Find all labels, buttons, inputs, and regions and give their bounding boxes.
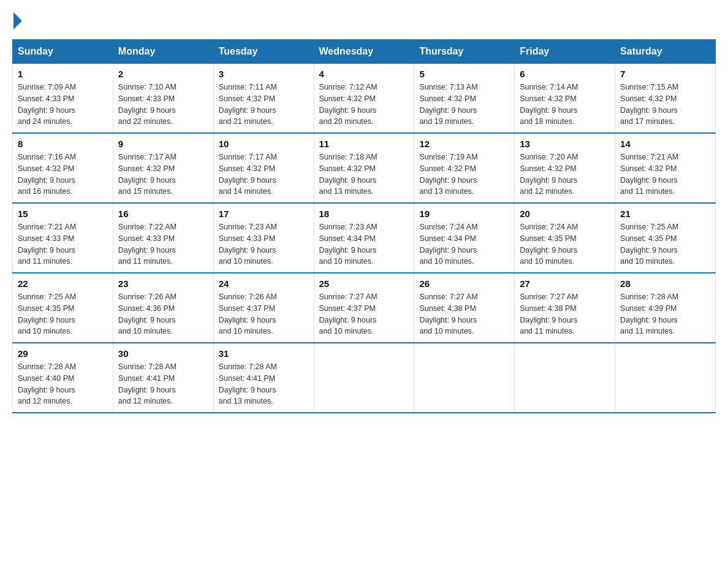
day-info: Sunrise: 7:18 AMSunset: 4:32 PMDaylight:… — [319, 151, 409, 197]
calendar-cell: 3 Sunrise: 7:11 AMSunset: 4:32 PMDayligh… — [213, 64, 314, 134]
day-info: Sunrise: 7:24 AMSunset: 4:35 PMDaylight:… — [520, 221, 610, 267]
day-info: Sunrise: 7:21 AMSunset: 4:32 PMDaylight:… — [620, 151, 710, 197]
day-number: 17 — [219, 209, 309, 219]
weekday-header-thursday: Thursday — [414, 40, 515, 64]
calendar-cell: 17 Sunrise: 7:23 AMSunset: 4:33 PMDaylig… — [213, 203, 314, 273]
day-number: 29 — [18, 348, 108, 359]
day-number: 22 — [18, 278, 108, 289]
day-info: Sunrise: 7:27 AMSunset: 4:38 PMDaylight:… — [520, 291, 610, 337]
calendar-cell: 15 Sunrise: 7:21 AMSunset: 4:33 PMDaylig… — [13, 203, 113, 273]
day-info: Sunrise: 7:10 AMSunset: 4:33 PMDaylight:… — [118, 82, 208, 128]
day-number: 28 — [620, 278, 710, 289]
calendar-cell — [515, 343, 615, 413]
day-number: 9 — [118, 139, 208, 149]
calendar-cell: 23 Sunrise: 7:26 AMSunset: 4:36 PMDaylig… — [113, 273, 213, 343]
day-number: 25 — [319, 278, 409, 289]
weekday-header-sunday: Sunday — [13, 40, 113, 64]
calendar-cell: 11 Sunrise: 7:18 AMSunset: 4:32 PMDaylig… — [314, 133, 414, 203]
day-info: Sunrise: 7:28 AMSunset: 4:39 PMDaylight:… — [620, 291, 710, 337]
weekday-row: SundayMondayTuesdayWednesdayThursdayFrid… — [13, 40, 716, 64]
day-info: Sunrise: 7:09 AMSunset: 4:33 PMDaylight:… — [18, 82, 108, 128]
weekday-header-friday: Friday — [515, 40, 615, 64]
calendar-table: SundayMondayTuesdayWednesdayThursdayFrid… — [12, 39, 716, 413]
day-number: 14 — [620, 139, 710, 149]
day-info: Sunrise: 7:24 AMSunset: 4:34 PMDaylight:… — [419, 221, 509, 267]
day-info: Sunrise: 7:28 AMSunset: 4:40 PMDaylight:… — [18, 361, 108, 407]
day-number: 20 — [520, 209, 610, 219]
calendar-cell: 21 Sunrise: 7:25 AMSunset: 4:35 PMDaylig… — [615, 203, 716, 273]
page-header — [12, 12, 716, 27]
calendar-week-row: 15 Sunrise: 7:21 AMSunset: 4:33 PMDaylig… — [13, 203, 716, 273]
day-number: 6 — [520, 69, 610, 79]
day-number: 23 — [118, 278, 208, 289]
day-info: Sunrise: 7:28 AMSunset: 4:41 PMDaylight:… — [219, 361, 309, 407]
day-number: 7 — [620, 69, 710, 79]
calendar-cell: 4 Sunrise: 7:12 AMSunset: 4:32 PMDayligh… — [314, 64, 414, 134]
calendar-cell — [414, 343, 515, 413]
calendar-cell: 5 Sunrise: 7:13 AMSunset: 4:32 PMDayligh… — [414, 64, 515, 134]
day-info: Sunrise: 7:22 AMSunset: 4:33 PMDaylight:… — [118, 221, 208, 267]
day-number: 21 — [620, 209, 710, 219]
day-info: Sunrise: 7:17 AMSunset: 4:32 PMDaylight:… — [118, 151, 208, 197]
calendar-cell: 24 Sunrise: 7:26 AMSunset: 4:37 PMDaylig… — [213, 273, 314, 343]
day-info: Sunrise: 7:21 AMSunset: 4:33 PMDaylight:… — [18, 221, 108, 267]
calendar-body: 1 Sunrise: 7:09 AMSunset: 4:33 PMDayligh… — [13, 64, 716, 413]
calendar-cell: 6 Sunrise: 7:14 AMSunset: 4:32 PMDayligh… — [515, 64, 615, 134]
calendar-cell: 16 Sunrise: 7:22 AMSunset: 4:33 PMDaylig… — [113, 203, 213, 273]
day-info: Sunrise: 7:25 AMSunset: 4:35 PMDaylight:… — [18, 291, 108, 337]
weekday-header-saturday: Saturday — [615, 40, 716, 64]
calendar-cell: 27 Sunrise: 7:27 AMSunset: 4:38 PMDaylig… — [515, 273, 615, 343]
day-number: 2 — [118, 69, 208, 79]
day-info: Sunrise: 7:26 AMSunset: 4:36 PMDaylight:… — [118, 291, 208, 337]
calendar-cell: 19 Sunrise: 7:24 AMSunset: 4:34 PMDaylig… — [414, 203, 515, 273]
day-info: Sunrise: 7:23 AMSunset: 4:34 PMDaylight:… — [319, 221, 409, 267]
day-number: 24 — [219, 278, 309, 289]
calendar-week-row: 22 Sunrise: 7:25 AMSunset: 4:35 PMDaylig… — [13, 273, 716, 343]
calendar-header: SundayMondayTuesdayWednesdayThursdayFrid… — [13, 40, 716, 64]
calendar-week-row: 1 Sunrise: 7:09 AMSunset: 4:33 PMDayligh… — [13, 64, 716, 134]
logo — [12, 12, 22, 27]
calendar-cell: 9 Sunrise: 7:17 AMSunset: 4:32 PMDayligh… — [113, 133, 213, 203]
calendar-week-row: 29 Sunrise: 7:28 AMSunset: 4:40 PMDaylig… — [13, 343, 716, 413]
day-info: Sunrise: 7:28 AMSunset: 4:41 PMDaylight:… — [118, 361, 208, 407]
day-number: 31 — [219, 348, 309, 359]
calendar-cell: 30 Sunrise: 7:28 AMSunset: 4:41 PMDaylig… — [113, 343, 213, 413]
day-number: 1 — [18, 69, 108, 79]
day-number: 5 — [419, 69, 509, 79]
day-info: Sunrise: 7:25 AMSunset: 4:35 PMDaylight:… — [620, 221, 710, 267]
calendar-cell: 2 Sunrise: 7:10 AMSunset: 4:33 PMDayligh… — [113, 64, 213, 134]
day-info: Sunrise: 7:23 AMSunset: 4:33 PMDaylight:… — [219, 221, 309, 267]
weekday-header-monday: Monday — [113, 40, 213, 64]
calendar-cell: 25 Sunrise: 7:27 AMSunset: 4:37 PMDaylig… — [314, 273, 414, 343]
day-number: 4 — [319, 69, 409, 79]
calendar-cell: 7 Sunrise: 7:15 AMSunset: 4:32 PMDayligh… — [615, 64, 716, 134]
day-info: Sunrise: 7:14 AMSunset: 4:32 PMDaylight:… — [520, 82, 610, 128]
day-number: 19 — [419, 209, 509, 219]
day-number: 8 — [18, 139, 108, 149]
day-number: 12 — [419, 139, 509, 149]
calendar-cell: 8 Sunrise: 7:16 AMSunset: 4:32 PMDayligh… — [13, 133, 113, 203]
calendar-week-row: 8 Sunrise: 7:16 AMSunset: 4:32 PMDayligh… — [13, 133, 716, 203]
calendar-cell: 18 Sunrise: 7:23 AMSunset: 4:34 PMDaylig… — [314, 203, 414, 273]
calendar-cell: 13 Sunrise: 7:20 AMSunset: 4:32 PMDaylig… — [515, 133, 615, 203]
day-number: 3 — [219, 69, 309, 79]
day-number: 15 — [18, 209, 108, 219]
calendar-cell — [314, 343, 414, 413]
calendar-cell: 10 Sunrise: 7:17 AMSunset: 4:32 PMDaylig… — [213, 133, 314, 203]
calendar-cell: 1 Sunrise: 7:09 AMSunset: 4:33 PMDayligh… — [13, 64, 113, 134]
day-info: Sunrise: 7:13 AMSunset: 4:32 PMDaylight:… — [419, 82, 509, 128]
calendar-cell: 28 Sunrise: 7:28 AMSunset: 4:39 PMDaylig… — [615, 273, 716, 343]
day-number: 16 — [118, 209, 208, 219]
day-info: Sunrise: 7:27 AMSunset: 4:37 PMDaylight:… — [319, 291, 409, 337]
day-info: Sunrise: 7:16 AMSunset: 4:32 PMDaylight:… — [18, 151, 108, 197]
calendar-cell: 12 Sunrise: 7:19 AMSunset: 4:32 PMDaylig… — [414, 133, 515, 203]
day-number: 26 — [419, 278, 509, 289]
day-number: 13 — [520, 139, 610, 149]
logo-triangle-icon — [13, 12, 22, 29]
day-info: Sunrise: 7:17 AMSunset: 4:32 PMDaylight:… — [219, 151, 309, 197]
calendar-cell: 29 Sunrise: 7:28 AMSunset: 4:40 PMDaylig… — [13, 343, 113, 413]
day-info: Sunrise: 7:19 AMSunset: 4:32 PMDaylight:… — [419, 151, 509, 197]
calendar-cell: 26 Sunrise: 7:27 AMSunset: 4:38 PMDaylig… — [414, 273, 515, 343]
weekday-header-wednesday: Wednesday — [314, 40, 414, 64]
day-info: Sunrise: 7:11 AMSunset: 4:32 PMDaylight:… — [219, 82, 309, 128]
